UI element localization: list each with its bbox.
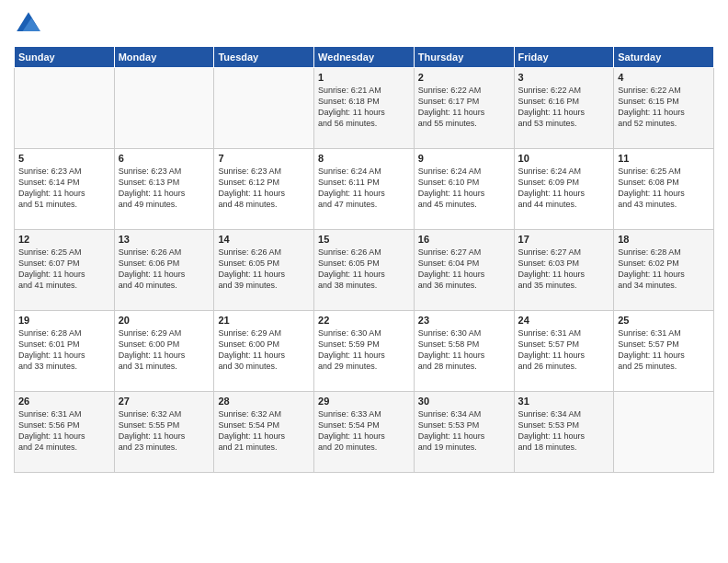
calendar-cell xyxy=(15,68,115,149)
day-info: Sunrise: 6:26 AM Sunset: 6:05 PM Dayligh… xyxy=(318,247,410,292)
calendar-cell: 20Sunrise: 6:29 AM Sunset: 6:00 PM Dayli… xyxy=(114,311,214,392)
day-number: 21 xyxy=(218,315,310,326)
day-number: 1 xyxy=(318,72,410,83)
day-info: Sunrise: 6:30 AM Sunset: 5:59 PM Dayligh… xyxy=(318,327,410,373)
day-number: 20 xyxy=(119,315,210,326)
day-number: 18 xyxy=(618,234,710,245)
day-info: Sunrise: 6:23 AM Sunset: 6:14 PM Dayligh… xyxy=(18,166,110,211)
day-number: 28 xyxy=(218,396,310,407)
day-info: Sunrise: 6:33 AM Sunset: 5:54 PM Dayligh… xyxy=(318,408,410,454)
day-info: Sunrise: 6:22 AM Sunset: 6:17 PM Dayligh… xyxy=(418,85,510,130)
calendar-cell: 6Sunrise: 6:23 AM Sunset: 6:13 PM Daylig… xyxy=(114,149,214,230)
day-number: 22 xyxy=(318,315,410,326)
calendar-cell: 30Sunrise: 6:34 AM Sunset: 5:53 PM Dayli… xyxy=(414,392,514,473)
calendar-header-monday: Monday xyxy=(114,47,214,68)
day-number: 2 xyxy=(418,72,510,83)
day-info: Sunrise: 6:22 AM Sunset: 6:16 PM Dayligh… xyxy=(518,85,610,130)
day-info: Sunrise: 6:31 AM Sunset: 5:57 PM Dayligh… xyxy=(518,327,610,373)
calendar-table: SundayMondayTuesdayWednesdayThursdayFrid… xyxy=(14,46,714,473)
day-number: 27 xyxy=(119,396,210,407)
calendar-week-row: 1Sunrise: 6:21 AM Sunset: 6:18 PM Daylig… xyxy=(15,68,714,149)
calendar-header-row: SundayMondayTuesdayWednesdayThursdayFrid… xyxy=(15,47,714,68)
day-number: 11 xyxy=(618,153,710,164)
day-number: 13 xyxy=(119,234,210,245)
calendar-cell: 17Sunrise: 6:27 AM Sunset: 6:03 PM Dayli… xyxy=(514,230,614,311)
day-info: Sunrise: 6:31 AM Sunset: 5:56 PM Dayligh… xyxy=(18,408,110,454)
day-number: 7 xyxy=(218,153,310,164)
day-number: 9 xyxy=(418,153,510,164)
day-number: 29 xyxy=(318,396,410,407)
calendar-cell: 2Sunrise: 6:22 AM Sunset: 6:17 PM Daylig… xyxy=(414,68,514,149)
calendar-week-row: 5Sunrise: 6:23 AM Sunset: 6:14 PM Daylig… xyxy=(15,149,714,230)
day-info: Sunrise: 6:31 AM Sunset: 5:57 PM Dayligh… xyxy=(618,327,710,373)
day-number: 3 xyxy=(518,72,610,83)
calendar-cell: 5Sunrise: 6:23 AM Sunset: 6:14 PM Daylig… xyxy=(15,149,115,230)
day-number: 23 xyxy=(418,315,510,326)
page: SundayMondayTuesdayWednesdayThursdayFrid… xyxy=(0,0,728,563)
day-info: Sunrise: 6:26 AM Sunset: 6:05 PM Dayligh… xyxy=(218,247,310,292)
calendar-cell: 27Sunrise: 6:32 AM Sunset: 5:55 PM Dayli… xyxy=(114,392,214,473)
day-info: Sunrise: 6:25 AM Sunset: 6:08 PM Dayligh… xyxy=(618,166,710,211)
day-number: 16 xyxy=(418,234,510,245)
day-info: Sunrise: 6:30 AM Sunset: 5:58 PM Dayligh… xyxy=(418,327,510,373)
calendar-cell: 3Sunrise: 6:22 AM Sunset: 6:16 PM Daylig… xyxy=(514,68,614,149)
day-info: Sunrise: 6:29 AM Sunset: 6:00 PM Dayligh… xyxy=(119,327,210,373)
calendar-cell: 18Sunrise: 6:28 AM Sunset: 6:02 PM Dayli… xyxy=(614,230,714,311)
day-info: Sunrise: 6:28 AM Sunset: 6:02 PM Dayligh… xyxy=(618,247,710,292)
day-number: 12 xyxy=(18,234,110,245)
day-number: 25 xyxy=(618,315,710,326)
header xyxy=(14,9,714,39)
calendar-header-tuesday: Tuesday xyxy=(214,47,314,68)
day-info: Sunrise: 6:32 AM Sunset: 5:54 PM Dayligh… xyxy=(218,408,310,454)
calendar-cell: 4Sunrise: 6:22 AM Sunset: 6:15 PM Daylig… xyxy=(614,68,714,149)
calendar-header-saturday: Saturday xyxy=(614,47,714,68)
calendar-header-thursday: Thursday xyxy=(414,47,514,68)
day-info: Sunrise: 6:23 AM Sunset: 6:12 PM Dayligh… xyxy=(218,166,310,211)
day-number: 14 xyxy=(218,234,310,245)
day-number: 6 xyxy=(119,153,210,164)
day-info: Sunrise: 6:26 AM Sunset: 6:06 PM Dayligh… xyxy=(119,247,210,292)
day-number: 10 xyxy=(518,153,610,164)
day-info: Sunrise: 6:29 AM Sunset: 6:00 PM Dayligh… xyxy=(218,327,310,373)
day-number: 15 xyxy=(318,234,410,245)
calendar-cell: 21Sunrise: 6:29 AM Sunset: 6:00 PM Dayli… xyxy=(214,311,314,392)
calendar-cell xyxy=(614,392,714,473)
calendar-cell: 7Sunrise: 6:23 AM Sunset: 6:12 PM Daylig… xyxy=(214,149,314,230)
calendar-week-row: 26Sunrise: 6:31 AM Sunset: 5:56 PM Dayli… xyxy=(15,392,714,473)
day-number: 26 xyxy=(18,396,110,407)
calendar-cell: 14Sunrise: 6:26 AM Sunset: 6:05 PM Dayli… xyxy=(214,230,314,311)
calendar-week-row: 19Sunrise: 6:28 AM Sunset: 6:01 PM Dayli… xyxy=(15,311,714,392)
day-info: Sunrise: 6:28 AM Sunset: 6:01 PM Dayligh… xyxy=(18,327,110,373)
calendar-header-wednesday: Wednesday xyxy=(314,47,415,68)
day-number: 8 xyxy=(318,153,410,164)
day-number: 24 xyxy=(518,315,610,326)
calendar-cell xyxy=(114,68,214,149)
logo-icon xyxy=(14,9,43,39)
calendar-cell: 1Sunrise: 6:21 AM Sunset: 6:18 PM Daylig… xyxy=(314,68,415,149)
day-info: Sunrise: 6:24 AM Sunset: 6:11 PM Dayligh… xyxy=(318,166,410,211)
calendar-cell: 12Sunrise: 6:25 AM Sunset: 6:07 PM Dayli… xyxy=(15,230,115,311)
logo xyxy=(14,9,47,39)
day-info: Sunrise: 6:21 AM Sunset: 6:18 PM Dayligh… xyxy=(318,85,410,130)
calendar-cell: 10Sunrise: 6:24 AM Sunset: 6:09 PM Dayli… xyxy=(514,149,614,230)
calendar-cell: 19Sunrise: 6:28 AM Sunset: 6:01 PM Dayli… xyxy=(15,311,115,392)
calendar-cell: 26Sunrise: 6:31 AM Sunset: 5:56 PM Dayli… xyxy=(15,392,115,473)
day-info: Sunrise: 6:32 AM Sunset: 5:55 PM Dayligh… xyxy=(119,408,210,454)
day-info: Sunrise: 6:23 AM Sunset: 6:13 PM Dayligh… xyxy=(119,166,210,211)
calendar-week-row: 12Sunrise: 6:25 AM Sunset: 6:07 PM Dayli… xyxy=(15,230,714,311)
day-number: 19 xyxy=(18,315,110,326)
calendar-header-sunday: Sunday xyxy=(15,47,115,68)
day-info: Sunrise: 6:34 AM Sunset: 5:53 PM Dayligh… xyxy=(418,408,510,454)
calendar-cell: 22Sunrise: 6:30 AM Sunset: 5:59 PM Dayli… xyxy=(314,311,415,392)
calendar-cell: 15Sunrise: 6:26 AM Sunset: 6:05 PM Dayli… xyxy=(314,230,415,311)
day-info: Sunrise: 6:25 AM Sunset: 6:07 PM Dayligh… xyxy=(18,247,110,292)
calendar-cell: 25Sunrise: 6:31 AM Sunset: 5:57 PM Dayli… xyxy=(614,311,714,392)
day-number: 17 xyxy=(518,234,610,245)
calendar-cell: 28Sunrise: 6:32 AM Sunset: 5:54 PM Dayli… xyxy=(214,392,314,473)
day-number: 5 xyxy=(18,153,110,164)
calendar-cell: 16Sunrise: 6:27 AM Sunset: 6:04 PM Dayli… xyxy=(414,230,514,311)
day-info: Sunrise: 6:24 AM Sunset: 6:09 PM Dayligh… xyxy=(518,166,610,211)
calendar-cell: 9Sunrise: 6:24 AM Sunset: 6:10 PM Daylig… xyxy=(414,149,514,230)
calendar-cell: 31Sunrise: 6:34 AM Sunset: 5:53 PM Dayli… xyxy=(514,392,614,473)
day-info: Sunrise: 6:22 AM Sunset: 6:15 PM Dayligh… xyxy=(618,85,710,130)
